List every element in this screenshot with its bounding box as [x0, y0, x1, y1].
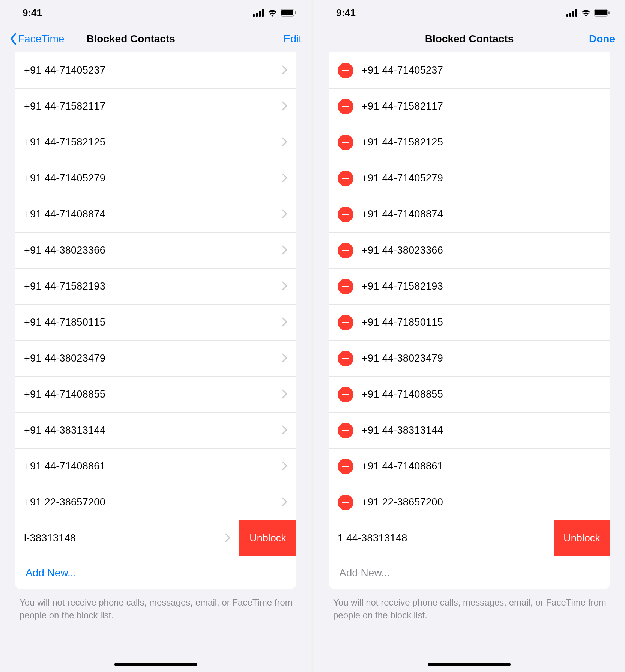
delete-minus-icon[interactable] [338, 279, 353, 294]
blocked-contact-row[interactable]: +91 44-71405237 [15, 52, 296, 88]
chevron-right-icon [282, 209, 287, 220]
cellular-signal-icon [566, 9, 578, 16]
contact-number: +91 44-71850115 [24, 316, 282, 328]
status-indicators [566, 9, 610, 16]
blocked-contact-row: +91 44-71582125 [329, 124, 610, 160]
chevron-right-icon [282, 425, 287, 436]
blocked-contact-row[interactable]: +91 44-71408861 [15, 448, 296, 484]
contact-number: +91 44-71408855 [362, 388, 601, 400]
svg-rect-9 [572, 11, 574, 16]
svg-rect-1 [256, 13, 258, 16]
contact-number: +91 44-71405237 [24, 64, 282, 76]
contact-number: +91 44-71850115 [362, 316, 601, 328]
blocked-contact-row[interactable]: +91 44-38023479 [15, 340, 296, 376]
contact-number: +91 44-71582117 [362, 100, 601, 112]
home-indicator[interactable] [428, 663, 511, 666]
svg-rect-12 [595, 10, 607, 15]
chevron-right-icon [282, 101, 287, 112]
contact-number: +91 44-38313144 [362, 424, 601, 436]
contact-number: +91 44-38023479 [362, 352, 601, 364]
delete-minus-icon[interactable] [338, 387, 353, 402]
add-new-button[interactable]: Add New... [329, 556, 610, 590]
phone-left: 9:41 FaceTime Blocked Contacts Edit +91 … [0, 0, 311, 672]
delete-minus-icon[interactable] [338, 351, 353, 366]
svg-rect-2 [259, 11, 261, 16]
chevron-right-icon [282, 245, 287, 256]
blocked-contact-row[interactable]: +91 44-38313144 [15, 412, 296, 448]
contact-number: +91 44-71582125 [362, 136, 601, 148]
add-new-button[interactable]: Add New... [15, 556, 296, 590]
contact-number: +91 44-71405279 [362, 172, 601, 184]
svg-rect-5 [281, 10, 293, 15]
chevron-left-icon [10, 33, 17, 45]
status-indicators [253, 9, 296, 16]
chevron-right-icon [282, 389, 287, 400]
blocked-contact-row-swiped[interactable]: 1 44-38313148 Unblock [329, 520, 610, 556]
navigation-bar: FaceTime Blocked Contacts Edit [0, 26, 311, 52]
battery-icon [594, 9, 610, 16]
blocked-contact-row: +91 44-71408874 [329, 196, 610, 232]
page-title: Blocked Contacts [86, 33, 175, 45]
delete-minus-icon[interactable] [338, 423, 353, 438]
contact-number: +91 44-71408874 [24, 208, 282, 220]
delete-minus-icon[interactable] [338, 135, 353, 150]
svg-rect-7 [566, 14, 568, 16]
blocked-contact-row[interactable]: +91 44-71582193 [15, 268, 296, 304]
add-new-label: Add New... [26, 567, 76, 579]
svg-rect-10 [575, 9, 577, 16]
done-button[interactable]: Done [589, 33, 615, 45]
contact-number: +91 44-38023366 [362, 244, 601, 256]
edit-button[interactable]: Edit [284, 33, 302, 45]
home-indicator[interactable] [114, 663, 197, 666]
unblock-button[interactable]: Unblock [554, 520, 610, 556]
blocked-contact-row: +91 44-71405237 [329, 52, 610, 88]
delete-minus-icon[interactable] [338, 495, 353, 510]
delete-minus-icon[interactable] [338, 207, 353, 222]
page-title: Blocked Contacts [425, 33, 514, 45]
blocked-contact-row[interactable]: +91 44-71582117 [15, 88, 296, 124]
delete-minus-icon[interactable] [338, 243, 353, 258]
delete-minus-icon[interactable] [338, 315, 353, 330]
chevron-right-icon [282, 173, 287, 184]
battery-icon [281, 9, 296, 16]
blocked-contact-row[interactable]: +91 44-71850115 [15, 304, 296, 340]
blocked-contact-row: +91 44-38023366 [329, 232, 610, 268]
delete-minus-icon[interactable] [338, 99, 353, 114]
contact-number: +91 44-71408874 [362, 208, 601, 220]
svg-rect-8 [569, 13, 571, 16]
contact-number: 1 44-38313148 [338, 532, 545, 544]
blocked-contact-row[interactable]: +91 44-71582125 [15, 124, 296, 160]
back-button[interactable]: FaceTime [10, 33, 64, 45]
delete-minus-icon[interactable] [338, 171, 353, 186]
status-bar: 9:41 [0, 0, 311, 26]
contact-number: +91 22-38657200 [362, 496, 601, 508]
contact-number: +91 44-71408861 [24, 460, 282, 472]
contact-number: +91 44-71405237 [362, 64, 601, 76]
blocked-contact-row: +91 44-71405279 [329, 160, 610, 196]
blocked-contact-row[interactable]: +91 44-38023366 [15, 232, 296, 268]
blocked-contact-row[interactable]: +91 44-71405279 [15, 160, 296, 196]
chevron-right-icon [282, 353, 287, 364]
contact-number: +91 44-71408855 [24, 388, 282, 400]
blocked-contact-row-swiped[interactable]: l-38313148 Unblock [15, 520, 296, 556]
cellular-signal-icon [253, 9, 264, 16]
blocked-contacts-list: +91 44-71405237+91 44-71582117+91 44-715… [15, 52, 296, 590]
back-label: FaceTime [18, 33, 64, 45]
blocked-contact-row: +91 44-71408855 [329, 376, 610, 412]
contact-number: +91 44-71582125 [24, 136, 282, 148]
chevron-right-icon [282, 497, 287, 508]
blocked-contact-row[interactable]: +91 44-71408874 [15, 196, 296, 232]
delete-minus-icon[interactable] [338, 459, 353, 474]
footer-text: You will not receive phone calls, messag… [0, 590, 311, 621]
blocked-contact-row: +91 44-71582193 [329, 268, 610, 304]
unblock-button[interactable]: Unblock [242, 523, 294, 554]
chevron-right-icon [282, 317, 287, 328]
blocked-contact-row[interactable]: +91 44-71408855 [15, 376, 296, 412]
status-time: 9:41 [23, 7, 42, 19]
blocked-contact-row: +91 44-38023479 [329, 340, 610, 376]
delete-minus-icon[interactable] [338, 63, 353, 78]
svg-rect-6 [295, 11, 296, 14]
blocked-contact-row[interactable]: +91 22-38657200 [15, 484, 296, 520]
chevron-right-icon [225, 533, 230, 544]
wifi-icon [267, 9, 278, 16]
